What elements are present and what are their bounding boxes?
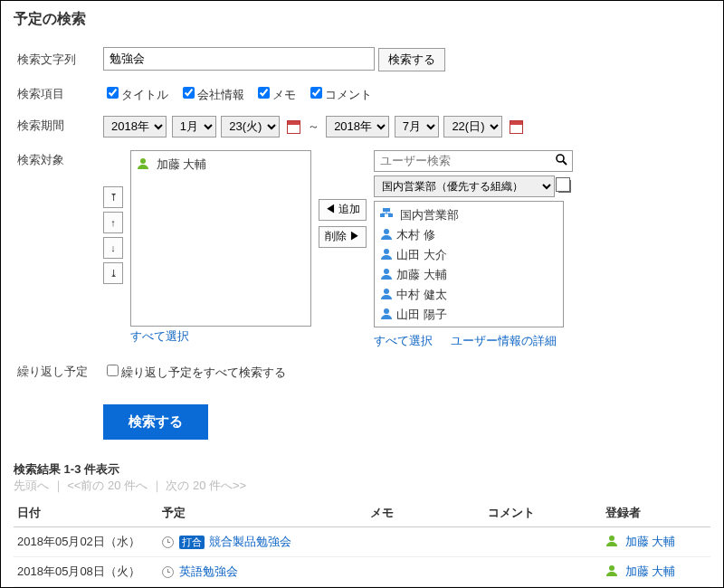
cb-company[interactable]: 会社情報 <box>179 88 244 101</box>
person-icon <box>380 288 393 300</box>
date-sep: ～ <box>308 119 319 133</box>
person-icon <box>380 308 393 320</box>
page-title: 予定の検索 <box>14 10 710 29</box>
list-item: 国内営業部 <box>380 205 557 225</box>
search-button-inline[interactable]: 検索する <box>378 48 445 71</box>
list-item: 中村 健太 <box>380 285 557 305</box>
search-icon[interactable] <box>551 154 572 168</box>
person-icon <box>605 535 618 547</box>
cb-memo[interactable]: メモ <box>254 88 296 101</box>
col-schedule: 予定 <box>158 499 367 527</box>
org-select[interactable]: 国内営業部（優先する組織） <box>374 175 555 197</box>
person-icon <box>380 228 393 241</box>
result-count: 検索結果 1-3 件表示 <box>14 461 710 478</box>
person-icon <box>605 564 618 577</box>
list-item: 小林 恵 <box>380 325 557 327</box>
list-item: 木村 修 <box>380 225 557 245</box>
from-day[interactable]: 23(火) <box>221 116 280 138</box>
org-icon <box>380 208 393 221</box>
user-search-box[interactable] <box>374 150 573 172</box>
col-memo: メモ <box>367 499 484 527</box>
search-input[interactable] <box>103 47 375 71</box>
creator-link: 加藤 大輔 <box>625 564 676 578</box>
to-year[interactable]: 2018年 <box>326 116 389 138</box>
calendar-icon[interactable] <box>510 120 523 134</box>
to-day[interactable]: 22(日) <box>443 116 502 138</box>
label-search-period: 検索期間 <box>14 110 100 145</box>
search-button-main[interactable]: 検索する <box>103 404 208 440</box>
results-table: 日付 予定 メモ コメント 登録者 2018年05月02日（水） 打合 競合製品… <box>14 499 710 587</box>
select-all-left[interactable]: すべて選択 <box>130 328 189 345</box>
col-creator: 登録者 <box>602 499 710 527</box>
label-recurring: 繰り返し予定 <box>14 356 100 388</box>
list-item: 山田 陽子 <box>380 305 557 325</box>
col-date: 日付 <box>14 499 158 527</box>
clock-icon <box>162 536 174 548</box>
list-item: 加藤 大輔 <box>137 155 305 175</box>
person-icon <box>137 157 149 170</box>
clock-icon <box>162 566 174 578</box>
svg-rect-2 <box>383 208 390 212</box>
order-up[interactable]: ↑ <box>103 212 123 233</box>
select-all-right[interactable]: すべて選択 <box>374 333 433 349</box>
order-bottom[interactable]: ⤓ <box>103 262 123 284</box>
window-icon[interactable] <box>558 180 571 193</box>
label-search-items: 検索項目 <box>14 79 100 110</box>
creator-link: 加藤 大輔 <box>625 535 676 548</box>
svg-point-0 <box>557 155 564 162</box>
cb-comment[interactable]: コメント <box>307 88 372 101</box>
user-search-input[interactable] <box>375 154 551 167</box>
cb-title[interactable]: タイトル <box>103 88 168 101</box>
table-row: 2018年05月08日（火） 英語勉強会 加藤 大輔 <box>14 556 710 586</box>
pager: 先頭へ ｜ <<前の 20 件へ ｜ 次の 20 件へ>> <box>14 478 710 494</box>
to-month[interactable]: 7月 <box>395 116 439 138</box>
remove-button[interactable]: 削除 ▶ <box>319 226 367 248</box>
label-search-target: 検索対象 <box>14 145 100 356</box>
schedule-link: 競合製品勉強会 <box>209 535 291 548</box>
person-icon <box>380 248 393 261</box>
col-comment: コメント <box>484 499 602 527</box>
cb-recurring[interactable]: 繰り返し予定をすべて検索する <box>103 365 286 379</box>
add-button[interactable]: ◀ 追加 <box>319 199 367 221</box>
svg-line-1 <box>563 161 567 165</box>
list-item: 山田 大介 <box>380 245 557 265</box>
order-top[interactable]: ⤒ <box>103 186 123 208</box>
user-details-link[interactable]: ユーザー情報の詳細 <box>451 333 557 349</box>
from-year[interactable]: 2018年 <box>103 116 167 138</box>
order-down[interactable]: ↓ <box>103 237 123 259</box>
list-item: 加藤 大輔 <box>380 265 557 285</box>
candidate-users-list[interactable]: 国内営業部 木村 修 山田 大介 加藤 大輔 中村 健太 山田 陽子 小林 恵 <box>374 201 564 327</box>
tag: 打合 <box>179 536 205 549</box>
calendar-icon[interactable] <box>287 120 300 134</box>
label-search-string: 検索文字列 <box>14 42 100 79</box>
schedule-link: 英語勉強会 <box>179 564 238 578</box>
selected-users-list[interactable]: 加藤 大輔 <box>130 150 311 327</box>
from-month[interactable]: 1月 <box>172 116 216 138</box>
table-row: 2018年05月02日（水） 打合 競合製品勉強会 加藤 大輔 <box>14 526 710 556</box>
person-icon <box>380 268 393 280</box>
